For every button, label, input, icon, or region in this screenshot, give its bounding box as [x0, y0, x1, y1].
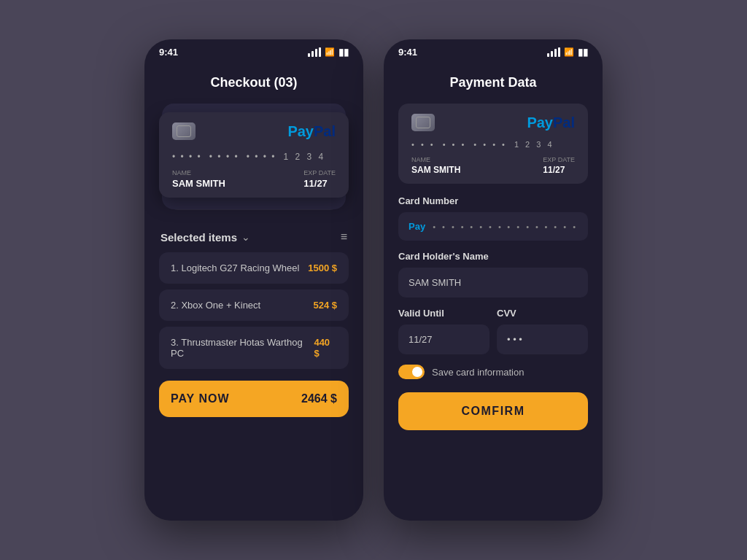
- page-title-2: Payment Data: [398, 75, 588, 90]
- wifi-icon: 📶: [325, 47, 335, 57]
- cn-1: • • •: [411, 140, 436, 149]
- expiry-cvv-row: Valid Until CVV: [398, 308, 588, 354]
- cn-4: 1 2 3 4: [514, 140, 554, 149]
- payment-card: PayPal • • • • • • • • • • • • 1 2 3 4 N…: [159, 112, 349, 198]
- battery-icon-2: ▮▮: [578, 47, 588, 58]
- signal-icon: [308, 48, 321, 57]
- order-item-3: 3. Thrustmaster Hotas Warthog PC 440 $: [159, 327, 349, 369]
- cn-2: • • •: [443, 140, 467, 149]
- card-number-label: Card Number: [398, 195, 588, 206]
- chevron-down-icon[interactable]: ⌄: [241, 231, 250, 243]
- chip-icon-2: [411, 114, 435, 131]
- chip-icon: [172, 122, 196, 140]
- confirm-button[interactable]: COMFIRM: [398, 392, 588, 430]
- card-exp-value: 11/27: [303, 178, 336, 189]
- masked-card-number: • • • • • • • • • • • • • • • •: [433, 222, 578, 231]
- status-icons-1: 📶 ▮▮: [308, 47, 349, 58]
- card-holder-label: Card Holder's Name: [398, 251, 588, 262]
- card-number-input[interactable]: Pay • • • • • • • • • • • • • • • •: [398, 212, 588, 241]
- card-name-label: NAME: [172, 169, 225, 176]
- pay-now-total: 2464 $: [301, 392, 337, 405]
- valid-until-input[interactable]: [398, 324, 489, 354]
- paypal-logo-2: PayPal: [527, 114, 575, 131]
- card-section: PayPal • • • • • • • • • • • • 1 2 3 4 N…: [159, 104, 349, 220]
- order-item-1: 1. Logitech G27 Racing Wheel 1500 $: [159, 252, 349, 284]
- paypal-logo: PayPal: [287, 123, 336, 140]
- paypal-input-icon: Pay: [409, 221, 425, 232]
- page-title-1: Checkout (03): [159, 75, 349, 90]
- filter-icon[interactable]: ≡: [341, 230, 347, 244]
- item-name-3: 3. Thrustmaster Hotas Warthog PC: [171, 337, 314, 359]
- card-name-2: SAM SMITH: [411, 165, 460, 175]
- checkout-phone: 9:41 📶 ▮▮ Checkout (03): [144, 39, 363, 521]
- section-title: Selected items: [160, 231, 237, 244]
- pay-now-button[interactable]: PAY NOW 2464 $: [159, 381, 349, 417]
- section-header: Selected items ⌄ ≡: [159, 230, 349, 244]
- item-price-3: 440 $: [314, 337, 337, 359]
- status-icons-2: 📶 ▮▮: [547, 47, 588, 58]
- card-num-3: • • • •: [247, 152, 276, 162]
- item-name-1: 1. Logitech G27 Racing Wheel: [171, 262, 299, 273]
- valid-until-label: Valid Until: [398, 308, 489, 319]
- status-time-2: 9:41: [398, 47, 417, 58]
- cn-3: • • • •: [473, 140, 507, 149]
- item-name-2: 2. Xbox One + Kinect: [171, 300, 260, 311]
- battery-icon: ▮▮: [338, 47, 349, 58]
- section-title-row: Selected items ⌄: [160, 231, 250, 244]
- pay-now-label: PAY NOW: [171, 392, 230, 405]
- save-card-label: Save card information: [432, 367, 524, 378]
- payment-card-small: PayPal • • • • • • • • • • 1 2 3 4 NAME …: [398, 104, 588, 184]
- card-holder-input[interactable]: [398, 268, 588, 298]
- save-card-toggle[interactable]: [398, 365, 425, 379]
- order-item-2: 2. Xbox One + Kinect 524 $: [159, 289, 349, 321]
- signal-icon-2: [547, 48, 560, 57]
- card-num-4: 1 2 3 4: [283, 152, 325, 162]
- item-price-1: 1500 $: [308, 262, 337, 273]
- confirm-label: COMFIRM: [462, 405, 525, 417]
- card-num-1: • • • •: [172, 152, 202, 162]
- cvv-label: CVV: [497, 308, 588, 319]
- wifi-icon-2: 📶: [564, 47, 574, 57]
- card-name-value: SAM SMITH: [172, 178, 225, 189]
- item-price-2: 524 $: [313, 300, 337, 311]
- payment-phone: 9:41 📶 ▮▮ Payment Data PayPal: [384, 39, 603, 521]
- card-num-2: • • • •: [209, 152, 239, 162]
- status-time-1: 9:41: [159, 47, 178, 58]
- card-exp-label-2: EXP DATE: [543, 156, 575, 163]
- save-card-row: Save card information: [398, 365, 588, 379]
- card-name-label-2: NAME: [411, 156, 460, 163]
- toggle-knob: [412, 367, 422, 377]
- card-exp-label: EXP DATE: [303, 169, 336, 176]
- card-number-2: • • • • • • • • • • 1 2 3 4: [411, 140, 575, 149]
- cvv-input[interactable]: [497, 324, 588, 354]
- card-exp-2: 11/27: [543, 165, 575, 175]
- card-number: • • • • • • • • • • • • 1 2 3 4: [172, 152, 336, 162]
